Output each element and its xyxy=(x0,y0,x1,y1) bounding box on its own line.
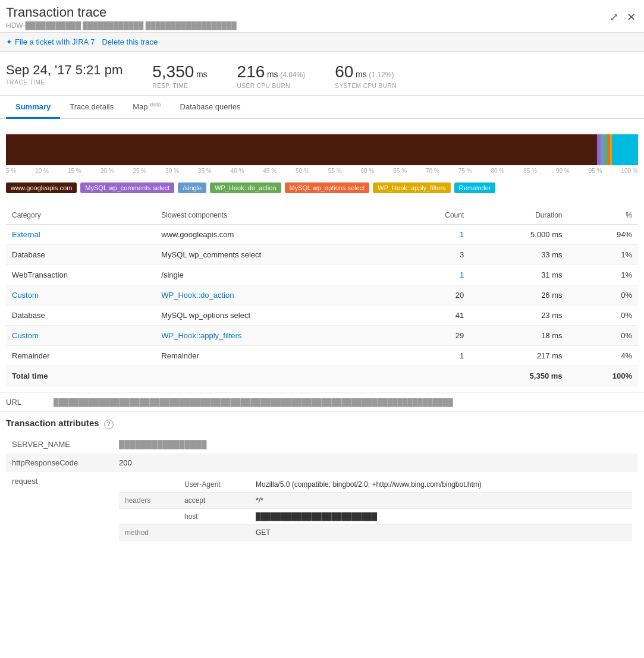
url-row: URL ████████████████████████████████████… xyxy=(0,392,644,412)
user-cpu-label: USER CPU BURN xyxy=(237,83,306,89)
user-cpu-unit: ms xyxy=(267,70,278,79)
page-subtitle: HDW-███████████ ████████████ ███████████… xyxy=(6,21,237,30)
axis-label: 5 % xyxy=(6,168,16,174)
table-row: DatabaseMySQL wp_comments select333 ms1% xyxy=(6,245,638,265)
legend-item[interactable]: /single xyxy=(178,182,206,193)
legend-item[interactable]: MySQL wp_comments select xyxy=(80,182,174,193)
url-value: ████████████████████████████████████████… xyxy=(54,398,453,407)
accept-label: accept xyxy=(178,492,250,508)
col-component: Slowest components xyxy=(155,206,401,225)
beta-badge: Beta xyxy=(150,102,161,108)
request-label: request xyxy=(6,472,113,546)
resp-time-unit: ms xyxy=(196,70,208,79)
legend-item[interactable]: MySQL wp_options select xyxy=(285,182,370,193)
axis-label: 90 % xyxy=(556,168,570,174)
user-cpu-metric: 216 ms (4.04%) USER CPU BURN xyxy=(237,62,306,89)
tab-summary[interactable]: Summary xyxy=(6,96,60,119)
sys-cpu-metric: 60 ms (1.12%) SYSTEM CPU BURN xyxy=(335,62,397,89)
http-code-row: httpResponseCode 200 xyxy=(6,454,638,472)
axis-label: 50 % xyxy=(296,168,309,174)
axis-label: 80 % xyxy=(491,168,504,174)
table-row: DatabaseMySQL wp_options select4123 ms0% xyxy=(6,306,638,326)
jira-ticket-link[interactable]: ✦File a ticket with JIRA 7 xyxy=(6,37,95,46)
category-link[interactable]: Custom xyxy=(12,331,39,340)
total-row: Total time5,350 ms100% xyxy=(6,366,638,386)
user-agent-value: Mozilla/5.0 (compatible; bingbot/2.0; +h… xyxy=(250,477,632,493)
host-value: ████████████████████████ xyxy=(250,508,632,524)
axis-label: 20 % xyxy=(100,168,114,174)
http-code-value: 200 xyxy=(113,454,638,472)
expand-button[interactable]: ⤢ xyxy=(607,8,621,26)
col-count: Count xyxy=(402,206,470,225)
host-row: host ████████████████████████ xyxy=(119,508,632,524)
close-button[interactable]: ✕ xyxy=(624,8,638,26)
sys-cpu-label: SYSTEM CPU BURN xyxy=(335,83,397,89)
axis-label: 25 % xyxy=(133,168,146,174)
headers-row: headers accept */* xyxy=(119,492,632,508)
tab-trace-details[interactable]: Trace details xyxy=(60,96,123,119)
help-icon[interactable]: ? xyxy=(104,420,114,429)
table-row: Externalwww.googleapis.com15,000 ms94% xyxy=(6,225,638,245)
chart-segment xyxy=(612,134,638,165)
http-code-label: httpResponseCode xyxy=(6,454,113,472)
server-name-value: ████████████████ xyxy=(113,435,638,454)
resp-time-metric: 5,350 ms RESP. TIME xyxy=(152,62,207,89)
resp-time-label: RESP. TIME xyxy=(152,83,207,89)
method-value: GET xyxy=(250,524,632,540)
legend-item[interactable]: Remainder xyxy=(454,182,496,193)
axis-label: 70 % xyxy=(426,168,439,174)
axis-label: 100 % xyxy=(621,168,637,174)
table-row: CustomWP_Hook::do_action2026 ms0% xyxy=(6,285,638,306)
trace-bar xyxy=(6,134,638,165)
headers-label: headers xyxy=(119,492,178,508)
summary-table-container: Category Slowest components Count Durati… xyxy=(0,200,644,386)
user-agent-label: User-Agent xyxy=(178,477,250,493)
server-name-row: SERVER_NAME ████████████████ xyxy=(6,435,638,454)
user-cpu-pct: (4.04%) xyxy=(280,71,305,79)
chart-area: 5 %10 %15 %20 %25 %30 %35 %40 %45 %50 %5… xyxy=(0,119,644,179)
axis-label: 15 % xyxy=(68,168,81,174)
jira-icon: ✦ xyxy=(6,37,12,46)
attributes-section: Transaction attributes ? SERVER_NAME ███… xyxy=(0,412,644,552)
jira-label: File a ticket with JIRA 7 xyxy=(15,37,95,46)
attributes-title: Transaction attributes xyxy=(6,418,99,428)
trace-time-value: Sep 24, '17 5:21 pm xyxy=(6,62,122,78)
category-link[interactable]: External xyxy=(12,230,40,239)
request-nested-table: User-Agent Mozilla/5.0 (compatible; bing… xyxy=(119,477,632,541)
axis-label: 65 % xyxy=(393,168,407,174)
method-row: method GET xyxy=(119,524,632,540)
user-agent-row: User-Agent Mozilla/5.0 (compatible; bing… xyxy=(119,477,632,493)
sys-cpu-unit: ms xyxy=(356,70,367,79)
tab-database-queries[interactable]: Database queries xyxy=(171,96,250,119)
axis-label: 40 % xyxy=(231,168,244,174)
table-row: CustomWP_Hook::apply_filters2918 ms0% xyxy=(6,326,638,346)
axis-label: 55 % xyxy=(328,168,342,174)
tab-bar: Summary Trace details Map Beta Database … xyxy=(0,96,644,119)
legend-item[interactable]: WP_Hook::apply_filters xyxy=(373,182,450,193)
resp-time-value: 5,350 xyxy=(152,62,194,81)
tab-map[interactable]: Map Beta xyxy=(123,96,170,119)
axis-label: 75 % xyxy=(458,168,472,174)
sys-cpu-pct: (1.12%) xyxy=(369,71,394,79)
delete-trace-link[interactable]: Delete this trace xyxy=(102,37,158,46)
category-link[interactable]: Custom xyxy=(12,291,39,300)
chart-segment xyxy=(6,134,597,165)
count-link[interactable]: 1 xyxy=(460,230,464,239)
axis-label: 45 % xyxy=(263,168,277,174)
url-label: URL xyxy=(6,398,42,407)
chart-axis: 5 %10 %15 %20 %25 %30 %35 %40 %45 %50 %5… xyxy=(6,165,638,179)
component-link[interactable]: WP_Hook::apply_filters xyxy=(161,331,241,340)
axis-label: 10 % xyxy=(35,168,49,174)
table-row: WebTransaction/single131 ms1% xyxy=(6,265,638,285)
legend-item[interactable]: www.googleapis.com xyxy=(6,182,77,193)
table-row: RemainderRemainder1217 ms4% xyxy=(6,346,638,366)
chart-legend: www.googleapis.comMySQL wp_comments sele… xyxy=(0,179,644,200)
user-cpu-value: 216 xyxy=(237,62,265,81)
legend-item[interactable]: WP_Hook::do_action xyxy=(210,182,281,193)
axis-label: 60 % xyxy=(361,168,375,174)
count-link[interactable]: 1 xyxy=(460,270,464,279)
delete-label: Delete this trace xyxy=(102,37,158,46)
component-link[interactable]: WP_Hook::do_action xyxy=(161,291,234,300)
col-pct: % xyxy=(568,206,638,225)
host-label: host xyxy=(178,508,250,524)
